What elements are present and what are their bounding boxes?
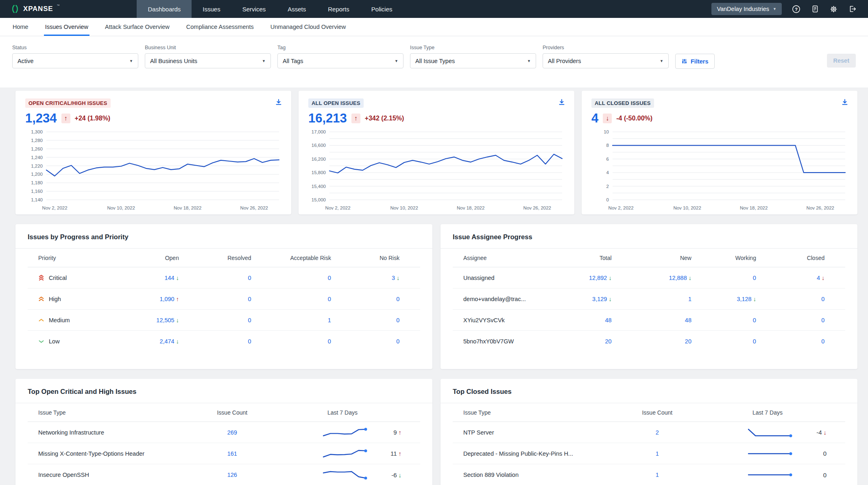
no-risk-count-link[interactable]: 0 [396,296,399,302]
resolved-count-link[interactable]: 0 [248,296,251,302]
column-header: Assignee [463,255,554,261]
resolved-count-link[interactable]: 0 [248,317,251,323]
release-notes-icon[interactable] [811,5,819,13]
total-count-link[interactable]: 3,129 [592,296,607,302]
kpi-badge: OPEN CRITICAL/HIGH ISSUES [25,98,111,108]
issue-type-label: NTP Server [463,429,623,436]
issue-count-link[interactable]: 126 [227,472,237,478]
svg-text:1,180: 1,180 [31,180,43,185]
filter-label: Business Unit [145,45,271,50]
tab-unmanaged-cloud-overview[interactable]: Unmanaged Cloud Overview [270,18,346,36]
change-value: 11 [390,450,397,457]
sliders-icon [681,58,687,64]
filters-button[interactable]: Filters [675,54,715,69]
no-risk-count-link[interactable]: 3 [392,275,395,281]
reset-button[interactable]: Reset [827,54,856,68]
closed-count-link[interactable]: 0 [821,338,824,345]
total-count-link[interactable]: 48 [605,317,612,323]
issue-count-link[interactable]: 1 [656,450,659,457]
tag-select[interactable]: All Tags ▼ [277,53,403,68]
working-count-link[interactable]: 0 [753,275,756,281]
nav-item-assets[interactable]: Assets [277,0,317,18]
open-count-link[interactable]: 144 [164,275,174,281]
top-open-issues-table: Issue Type Issue Count Last 7 Days Netwo… [15,403,432,485]
tab-attack-surface-overview[interactable]: Attack Surface Overview [105,18,170,36]
nav-item-dashboards[interactable]: Dashboards [137,0,192,18]
trend-sparkline [747,448,796,459]
working-count-link[interactable]: 3,128 [737,296,751,302]
status-select[interactable]: Active ▼ [12,53,138,68]
new-count-link[interactable]: 12,888 [669,275,687,281]
issue-count-link[interactable]: 1 [656,472,659,478]
trend-arrow: ↓ [608,296,611,302]
tab-compliance-assessments[interactable]: Compliance Assessments [186,18,254,36]
all-open-trend-chart: 17,00016,60016,20015,80015,40015,000Nov … [308,129,565,212]
trend-sparkline [322,470,371,480]
closed-count-link[interactable]: 0 [821,296,824,302]
download-icon[interactable] [274,98,283,108]
column-header: Working [691,255,756,261]
svg-text:8: 8 [606,143,609,148]
brand-name: XPANSE [23,5,53,13]
acceptable-risk-count-link[interactable]: 0 [328,338,331,345]
svg-text:1,140: 1,140 [31,197,43,202]
no-risk-count-link[interactable]: 0 [396,338,399,345]
priority-label: Critical [49,275,67,281]
priority-label: High [49,296,61,302]
trend-arrow: ↓ [176,317,179,323]
help-icon[interactable]: ? [792,5,800,13]
high-priority-icon [38,296,44,302]
change-value: -6 [391,472,397,478]
svg-text:1,300: 1,300 [31,129,43,134]
open-count-link[interactable]: 1,090 [159,296,174,302]
download-icon[interactable] [840,98,849,108]
kpi-value: 16,213 [308,111,347,126]
card-title: Issue Assignee Progress [453,233,845,241]
business-unit-select[interactable]: All Business Units ▼ [145,53,271,68]
org-selector-button[interactable]: VanDelay Industries ▼ [711,3,782,15]
no-risk-count-link[interactable]: 0 [396,317,399,323]
issue-count-link[interactable]: 269 [227,429,237,436]
tab-issues-overview[interactable]: Issues Overview [45,18,88,36]
issue-type-select[interactable]: All Issue Types ▼ [410,53,536,68]
logout-icon[interactable] [848,5,857,13]
trend-arrow: ↓ [608,275,611,281]
kpi-value-row: 16,213 ↑ +342 (2.15%) [308,111,565,126]
issue-count-link[interactable]: 2 [656,429,659,436]
acceptable-risk-count-link[interactable]: 0 [328,296,331,302]
working-count-link[interactable]: 0 [753,338,756,345]
acceptable-risk-count-link[interactable]: 0 [328,275,331,281]
issue-type-label: Insecure OpenSSH [38,472,198,478]
column-header: Resolved [179,255,251,261]
svg-text:6: 6 [606,157,609,162]
new-count-link[interactable]: 20 [685,338,691,345]
nav-item-reports[interactable]: Reports [317,0,360,18]
xpanse-logo: XPANSE ™ [0,0,63,18]
providers-select[interactable]: All Providers ▼ [543,53,669,68]
settings-gear-icon[interactable] [829,5,838,13]
resolved-count-link[interactable]: 0 [248,338,251,345]
download-icon[interactable] [557,98,566,108]
working-count-link[interactable]: 0 [753,317,756,323]
nav-item-services[interactable]: Services [231,0,277,18]
kpi-value-row: 4 ↓ -4 (-50.00%) [591,111,848,126]
closed-count-link[interactable]: 0 [821,317,824,323]
new-count-link[interactable]: 1 [688,296,691,302]
total-count-link[interactable]: 20 [605,338,612,345]
filter-issue-type: Issue Type All Issue Types ▼ [410,45,536,68]
nav-item-policies[interactable]: Policies [360,0,403,18]
issue-count-link[interactable]: 161 [227,450,237,457]
acceptable-risk-count-link[interactable]: 1 [328,317,331,323]
nav-item-issues[interactable]: Issues [192,0,231,18]
open-count-link[interactable]: 12,505 [156,317,174,323]
total-count-link[interactable]: 12,892 [589,275,607,281]
closed-count-link[interactable]: 4 [817,275,820,281]
new-count-link[interactable]: 48 [685,317,691,323]
status-select-value: Active [17,58,34,64]
svg-text:Nov 26, 2022: Nov 26, 2022 [807,205,834,210]
resolved-count-link[interactable]: 0 [248,275,251,281]
column-header: Open [114,255,179,261]
open-count-link[interactable]: 2,474 [159,338,174,345]
tab-home[interactable]: Home [13,18,28,36]
column-header: Last 7 Days [691,409,844,416]
